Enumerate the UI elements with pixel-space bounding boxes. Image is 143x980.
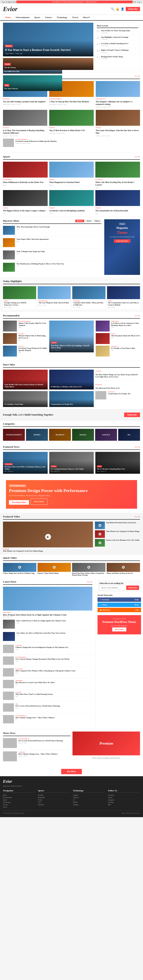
- discover-item-2[interactable]: Your Empty Office Turn Into Apartments!M…: [3, 238, 101, 249]
- magazine-subscribe-button[interactable]: Subscribe Now: [114, 239, 130, 243]
- nav-item-technology[interactable]: Technology: [54, 14, 70, 20]
- featured-news-see-all[interactable]: See All: [135, 446, 140, 448]
- user-icon[interactable]: 👤: [121, 7, 124, 11]
- sports-item-4[interactable]: Sports The Biggest Heroes of the Super L…: [3, 190, 48, 214]
- latest-post-main[interactable]: Lifestyle Boys Prepare Have Been Early I…: [3, 587, 92, 618]
- dont-miss-item-2[interactable]: It Will Take a Lifetime of the Story of …: [49, 370, 94, 390]
- category-sports[interactable]: Sports: [26, 429, 48, 441]
- footer-link-technology-nav[interactable]: Technology: [3, 802, 35, 803]
- newsletter-subscribe-button[interactable]: Subscribe: [124, 412, 140, 417]
- video-side-item-2[interactable]: ▶ Why Planets Are Saying No to Planet Ki…: [95, 530, 140, 538]
- search-icon[interactable]: 🔍: [111, 7, 114, 11]
- most-loved-item-2[interactable]: 02 Top Highlights: Quarterly Earnings3 h…: [97, 36, 138, 41]
- rec-item-col3-3[interactable]: FinanceIt's Finally a Good Time to BuyZo…: [96, 345, 140, 356]
- bottom-left-item-1[interactable]: EnvironmentFive Levels of Peaceful Prote…: [3, 738, 70, 750]
- highlight-item-3[interactable]: Technology Container Most Public: What a…: [72, 286, 105, 309]
- hero-side-card-2[interactable]: TechThe Tales Selector: [3, 75, 62, 91]
- wp-theme-cta-button[interactable]: Get it now: [112, 627, 127, 632]
- category-entertainment[interactable]: Entertainment: [3, 429, 25, 441]
- recent-item-7[interactable]: Entertainment Facebook Group Dedicated t…: [3, 138, 140, 149]
- sports-item-2[interactable]: Sports What Happened to Christian Putin?…: [49, 162, 94, 188]
- video-main-card[interactable]: ▶ Science Why Planets Are Saying No to t…: [3, 522, 93, 552]
- see-more-button[interactable]: See More: [61, 769, 82, 774]
- qv-item-3[interactable]: ▶ Read If You Want to Know What a Group …: [72, 563, 105, 576]
- video-side-item-3[interactable]: ▶ Science Lab Goes Bananas Over New Stud…: [95, 539, 140, 547]
- nav-item-more[interactable]: More ▾: [81, 14, 92, 20]
- rec-item-col3-1[interactable]: LifestyleIs It Okay to Invite Someone to…: [96, 321, 140, 331]
- latest-post-item-2[interactable]: Stay Sellers Are Here to Help You Look A…: [3, 632, 92, 643]
- highlight-item-2[interactable]: Entertainment The Last Thing For Kids: B…: [38, 286, 71, 309]
- category-business[interactable]: Business: [49, 429, 71, 441]
- category-nic[interactable]: NIC: [118, 429, 140, 441]
- top-bar-ad[interactable]: NewsFlash: Get 30% off all annual subscr…: [16, 1, 132, 3]
- recent-item-3[interactable]: Technology The designer's dilemma rely o…: [96, 81, 140, 108]
- subscribe-email-input[interactable]: [100, 585, 126, 590]
- nav-item-home[interactable]: Home: [3, 14, 13, 20]
- highlight-item-1[interactable]: Politics Georgia Visiting Law Will Be To…: [3, 286, 36, 309]
- discover-item-4[interactable]: The Pointlessness of Bribing People to M…: [3, 263, 101, 273]
- more-art-6[interactable]: ArtFive Levels of Peaceful Protest in a …: [3, 703, 92, 713]
- recommended-see-all[interactable]: See All: [135, 315, 140, 317]
- dont-miss-item-1[interactable]: Fake Reddit Tiffs Starts Serious Debate …: [3, 370, 48, 390]
- subscribe-submit-button[interactable]: Subscribe: [126, 585, 139, 590]
- highlight-item-4[interactable]: Science The Communities That Live and Wh…: [107, 286, 140, 309]
- hero-main-card[interactable]: Business If You Want to Start a Business…: [3, 23, 93, 56]
- discover-tab-1[interactable]: Travel: [85, 220, 92, 222]
- rec-item-2[interactable]: GamingMonster Hunter Rise Is Motivating,…: [3, 333, 47, 344]
- social-facebook-button[interactable]: f Facebook 23.6k: [97, 597, 141, 602]
- more-art-2[interactable]: EnvironmentFive Critical Climate Change …: [3, 657, 92, 667]
- latest-post-item-1[interactable]: Boys Could Need at 5 Shots in a Fight Ag…: [3, 620, 92, 630]
- premium-demo-button[interactable]: View Demo: [30, 498, 48, 505]
- fn-item-2[interactable]: Science It's Catalog Pandemic History to…: [49, 452, 94, 474]
- more-art-1[interactable]: ClimateClimate Change Has Forced Indigen…: [3, 645, 92, 655]
- qv-item-1[interactable]: ▶ A Show Things You Can Do In 10 Minute …: [3, 563, 37, 576]
- most-recent-see-all[interactable]: See All: [135, 75, 140, 77]
- more-art-7[interactable]: EnvironmentHow Climate Change Seen – Thi…: [3, 715, 92, 725]
- category-science[interactable]: Science: [95, 429, 117, 441]
- recent-item-4[interactable]: Science Is it Okay The Government is Buy…: [3, 110, 47, 137]
- discover-tab-0[interactable]: Business: [75, 220, 84, 222]
- dont-miss-item-5[interactable]: It's Finally a Good Time: [3, 391, 48, 407]
- more-art-4[interactable]: ShoppingBuy Merch for a Good Cause With …: [3, 680, 92, 690]
- footer-link-science-nav[interactable]: Science: [3, 804, 35, 806]
- category-travel[interactable]: Travel: [72, 429, 94, 441]
- video-side-item-1[interactable]: ▶ Top Planets Revisited Some Good Ones: [95, 522, 140, 529]
- fn-item-3[interactable]: Space We're Already Colonizing Mars Now …: [95, 452, 140, 474]
- latest-posts-see-all[interactable]: See All: [87, 581, 92, 583]
- play-button[interactable]: ▶: [45, 534, 51, 540]
- discover-tab-2[interactable]: Fitness: [93, 220, 101, 222]
- nav-item-travel[interactable]: Travel: [70, 14, 81, 20]
- qv-item-2[interactable]: ▶ Podcast: I Want Whole Whisky: [38, 563, 71, 576]
- footer-link-travel-nav[interactable]: Travel: [3, 806, 35, 808]
- nav-item-entertainment[interactable]: Entertainment: [13, 14, 32, 20]
- sports-item-6[interactable]: Sports The remarkable rise of Ryan Reyno…: [95, 190, 140, 214]
- sports-item-1[interactable]: Basketball Elton Williamson is Basically…: [3, 162, 48, 188]
- sports-see-all[interactable]: See All: [135, 156, 140, 158]
- premium-purchase-button[interactable]: Purchase Now: [9, 500, 29, 505]
- rec-item-col3-2[interactable]: FilmThe Document About the Movie of UsMi…: [96, 333, 140, 344]
- recent-item-5[interactable]: Sports Top 13 Best Practices to Make Bet…: [49, 110, 94, 137]
- most-loved-item-3[interactable]: 03 Is it Okay to Build Something New?4 h…: [97, 43, 138, 48]
- qv-item-4[interactable]: ▶ Money and What's in Down in One Go: [106, 563, 140, 576]
- recommended-featured[interactable]: Science You Don't Have to Give Up Gaming…: [49, 321, 94, 358]
- social-twitter-button[interactable]: t Twitter 18.2k: [97, 603, 141, 607]
- nav-item-sports[interactable]: Sports: [32, 14, 43, 20]
- nav-item-science[interactable]: Science: [43, 14, 54, 20]
- discover-item-1[interactable]: Why 'Discriminating' Wasn't Good EnoughJ…: [3, 226, 101, 237]
- footer-link-home[interactable]: Home: [3, 794, 35, 796]
- footer-link-sports-nav[interactable]: Sports: [3, 799, 35, 801]
- recent-item-6[interactable]: Travel The Game That Hopes: Like the One…: [96, 110, 140, 137]
- rec-item-3[interactable]: SocialFacebook Group Dedicated To Oddly …: [3, 345, 47, 356]
- sports-item-5[interactable]: Sports Lovebirds's back in full fighting…: [49, 190, 94, 214]
- most-loved-item-4[interactable]: 04 Rights of People? Future Challenges5 …: [97, 49, 138, 54]
- social-rss-button[interactable]: ◉ RSS Feed 4.5k: [97, 608, 141, 612]
- more-art-3[interactable]: Economy2021's Equator Prize Winners Offe…: [3, 668, 92, 678]
- footer-link-entertainment[interactable]: Entertainment: [3, 797, 35, 799]
- bottom-left-item-2[interactable]: ClimateHow Climate Change Seen – This is…: [3, 751, 70, 763]
- dont-miss-item-6[interactable]: Corporations Are People Too: [49, 391, 94, 407]
- discover-item-3[interactable]: Yeah, I Bought Some Dogecoin TodaySam: [3, 250, 101, 261]
- fn-item-1[interactable]: Technology We Know How Fast With 2.1 Pan…: [3, 452, 48, 474]
- most-loved-item-1[interactable]: 01 Your Profits Get Yours Starting Today…: [97, 30, 138, 35]
- notification-icon[interactable]: 🔔: [116, 7, 119, 11]
- dont-miss-text-1[interactable]: BusinessCorporations Are People, Too: [95, 391, 140, 401]
